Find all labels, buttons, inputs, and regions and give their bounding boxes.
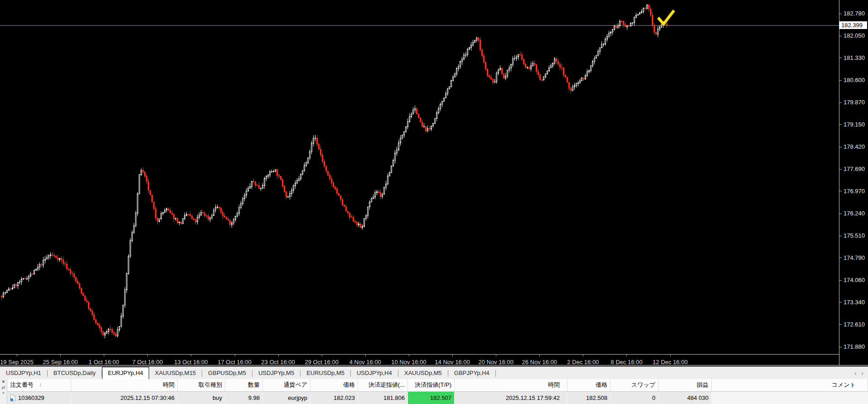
date-tick-label: 14 Nov 16:00: [435, 359, 470, 365]
date-tick-dash: [104, 355, 104, 356]
price-tick-dash: [839, 236, 842, 236]
price-tick-label: 171.880: [844, 343, 865, 350]
date-tick-dash: [17, 355, 17, 356]
column-header-open_price[interactable]: 価格: [310, 379, 358, 391]
price-tick-label: 174.060: [844, 277, 865, 284]
date-tick-label: 17 Oct 16:00: [218, 359, 251, 365]
date-tick-dash: [365, 355, 366, 356]
price-tick-label: 181.330: [844, 54, 865, 62]
date-tick-dash: [670, 355, 671, 356]
cell-type: buy: [178, 392, 225, 404]
column-header-order[interactable]: 注文番号/: [7, 379, 71, 391]
price-tick-dash: [839, 258, 842, 258]
chart-tab-xauusdp-m5[interactable]: XAUUSDp,M5: [398, 367, 448, 379]
column-header-label: 通貨ペア: [283, 381, 307, 388]
price-tick-dash: [839, 191, 842, 191]
price-tick-label: 176.240: [844, 210, 865, 217]
date-tick-label: 25 Sep 16:00: [43, 359, 78, 365]
price-tick-label: 179.870: [844, 99, 865, 106]
chart-tab-usdjpyp-h4[interactable]: USDJPYp,H4: [351, 367, 398, 379]
date-tick-label: 7 Oct 16:00: [132, 359, 163, 365]
chart-tab-xauusdp-m15[interactable]: XAUUSDp,M15: [149, 367, 202, 379]
date-tick-label: 20 Nov 16:00: [478, 359, 513, 365]
cell-close_time: 2025.12.15 17:59:42: [455, 392, 567, 404]
column-header-type[interactable]: 取引種別: [178, 379, 225, 391]
chart-tab-usdjpyp-h1[interactable]: USDJPYp,H1: [0, 367, 47, 379]
tab-scroll-buttons: ‹›: [854, 367, 868, 379]
price-tick-dash: [839, 169, 842, 170]
cell-open_time: 2025.12.15 07:30:46: [71, 392, 178, 404]
column-header-symbol[interactable]: 通貨ペア: [263, 379, 310, 391]
checkmark-annotation: [658, 10, 674, 24]
price-tick-label: 172.610: [844, 321, 865, 328]
chart-bottom-border: [0, 354, 839, 355]
close-icon[interactable]: ×: [2, 379, 5, 385]
date-tick-dash: [60, 355, 61, 356]
column-header-profit[interactable]: 損益: [659, 379, 712, 391]
price-tick-dash: [839, 280, 842, 281]
chart-tab-btcusdp-daily[interactable]: BTCUSDp,Daily: [48, 367, 102, 379]
dock-icon[interactable]: ⇄: [1, 385, 5, 390]
price-tick-dash: [839, 58, 842, 58]
column-header-open_time[interactable]: 時間: [71, 379, 178, 391]
chart-tab-gbpusdp-m5[interactable]: GBPUSDp,M5: [202, 367, 252, 379]
chart-tab-eurjpyp-h4[interactable]: EURJPYp,H4: [102, 367, 149, 379]
column-header-sl[interactable]: 決済逆指値(...: [358, 379, 408, 391]
order-row[interactable]: 103603292025.12.15 07:30:46buy9.98eurjpy…: [7, 392, 868, 404]
cell-tp: 182.507: [408, 392, 455, 404]
price-tick-dash: [839, 214, 842, 214]
column-header-label: 価格: [343, 381, 355, 388]
candlestick-chart[interactable]: [0, 0, 839, 358]
date-tick-dash: [191, 355, 191, 356]
column-header-swap[interactable]: スワップ: [611, 379, 659, 391]
date-tick-dash: [626, 355, 627, 356]
price-tick-dash: [839, 147, 842, 147]
column-header-close_price[interactable]: 価格: [567, 379, 611, 391]
price-axis-line: [839, 0, 839, 365]
column-header-label: 取引種別: [199, 381, 222, 388]
column-header-label: 注文番号: [10, 381, 34, 388]
cell-symbol: eurjpyp: [263, 392, 310, 404]
tab-scroll-right-icon[interactable]: ›: [861, 367, 863, 379]
column-header-tp[interactable]: 決済指値(T/P): [408, 379, 455, 391]
mt5-chart-window: 182.780182.050181.330180.600179.870179.1…: [0, 0, 868, 404]
toolbox-side-strip: × ⇄ +: [0, 379, 7, 404]
column-header-label: スワップ: [631, 381, 655, 388]
chart-tab-gbpjpyp-h4[interactable]: GBPJPYp,H4: [448, 367, 495, 379]
column-header-label: 時間: [163, 381, 175, 388]
price-tick-dash: [839, 36, 842, 36]
cell-open_price: 182.023: [310, 392, 358, 404]
cell-volume: 9.98: [225, 392, 263, 404]
column-header-label: 決済逆指値(...: [369, 381, 405, 388]
chart-tab-eurusdp-m5[interactable]: EURUSDp,M5: [301, 367, 350, 379]
cell-swap: 0: [611, 392, 659, 404]
cell-close_price: 182.508: [567, 392, 611, 404]
date-tick-label: 19 Sep 2025: [0, 359, 34, 365]
price-tick-label: 174.790: [844, 254, 865, 262]
price-tick-label: 178.420: [844, 143, 865, 151]
date-tick-dash: [583, 355, 583, 356]
column-header-comment[interactable]: コメント: [712, 379, 868, 391]
date-tick-dash: [235, 355, 235, 356]
date-tick-dash: [409, 355, 409, 356]
chart-tab-usdjpyp-m5[interactable]: USDJPYp,M5: [252, 367, 300, 379]
column-header-volume[interactable]: 数量: [225, 379, 263, 391]
orders-table-header: 注文番号/時間取引種別数量通貨ペア価格決済逆指値(...決済指値(T/P)時間価…: [7, 379, 868, 392]
column-header-close_time[interactable]: 時間: [455, 379, 567, 391]
column-header-label: コメント: [832, 381, 856, 388]
window-separator-light: [0, 365, 868, 365]
price-tick-label: 177.690: [844, 165, 865, 173]
column-header-label: 価格: [596, 381, 607, 388]
date-tick-label: 8 Dec 16:00: [611, 359, 642, 365]
price-tick-dash: [839, 14, 842, 14]
date-tick-dash: [539, 355, 540, 356]
date-tick-label: 13 Oct 16:00: [174, 359, 208, 365]
date-tick-label: 29 Oct 16:00: [305, 359, 338, 365]
column-header-label: 決済指値(T/P): [415, 381, 451, 388]
price-tick-dash: [839, 302, 842, 302]
date-tick-label: 26 Nov 16:00: [522, 359, 557, 365]
price-tick-dash: [839, 324, 842, 325]
add-icon[interactable]: +: [2, 390, 5, 396]
date-tick-label: 23 Oct 16:00: [261, 359, 295, 365]
tab-scroll-left-icon[interactable]: ‹: [854, 367, 857, 379]
